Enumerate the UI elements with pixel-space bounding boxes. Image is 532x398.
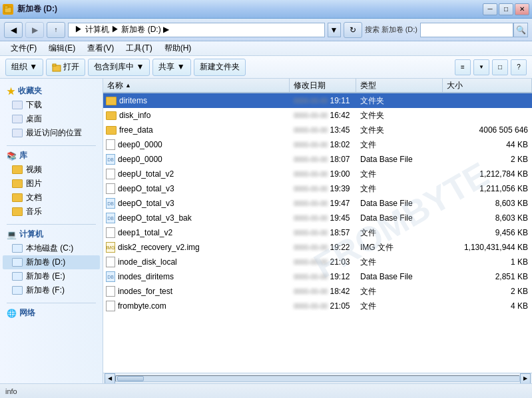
search-button[interactable]: 🔍 bbox=[513, 23, 528, 37]
file-name-cell: inodes_for_test bbox=[103, 286, 290, 297]
menu-help[interactable]: 帮助(H) bbox=[159, 41, 197, 55]
folder-icon bbox=[106, 97, 117, 105]
search-input[interactable] bbox=[420, 23, 513, 37]
table-row[interactable]: inode_disk_local 0000-00-00 21:03 文件 1 K… bbox=[103, 255, 532, 269]
file-date: 0000-00-00 21:05 bbox=[290, 301, 356, 311]
file-date: 0000-00-00 19:45 bbox=[290, 213, 356, 223]
address-dropdown[interactable]: ▼ bbox=[328, 23, 341, 37]
hscroll-track[interactable] bbox=[115, 375, 520, 382]
view-icon-button[interactable]: ≡ bbox=[455, 59, 471, 75]
table-row[interactable]: disk_info 0000-00-00 16:42 文件夹 bbox=[103, 108, 532, 123]
column-name[interactable]: 名称 ▲ bbox=[103, 79, 290, 92]
scroll-right-button[interactable]: ▶ bbox=[520, 373, 531, 384]
column-date[interactable]: 修改日期 bbox=[290, 79, 356, 92]
file-size: 1,211,056 KB bbox=[443, 184, 532, 193]
table-row[interactable]: DB deepO_total_v3_bak 0000-00-00 19:45 D… bbox=[103, 211, 532, 225]
address-input[interactable] bbox=[68, 23, 325, 37]
file-icon bbox=[106, 257, 115, 267]
table-row[interactable]: diritems 0000-00-00 19:11 文件夹 bbox=[103, 93, 532, 108]
table-row[interactable]: DB inodes_diritems 0000-00-00 19:12 Data… bbox=[103, 269, 532, 284]
organize-button[interactable]: 组织 ▼ bbox=[5, 59, 43, 76]
file-type: 文件夹 bbox=[356, 110, 443, 121]
horizontal-scrollbar[interactable]: ◀ ▶ bbox=[103, 373, 532, 383]
computer-header[interactable]: 💻 计算机 bbox=[3, 227, 100, 241]
scroll-left-button[interactable]: ◀ bbox=[105, 373, 115, 384]
sidebar-item-e[interactable]: 新加卷 (E:) bbox=[3, 269, 100, 283]
include-library-label: 包含到库中 ▼ bbox=[94, 61, 144, 73]
network-header[interactable]: 🌐 网络 bbox=[3, 306, 100, 320]
view-dropdown-button[interactable]: ▼ bbox=[473, 59, 489, 75]
sidebar-item-f[interactable]: 新加卷 (F:) bbox=[3, 283, 100, 297]
preview-button[interactable]: □ bbox=[492, 59, 508, 75]
svg-rect-3 bbox=[53, 64, 56, 66]
up-button[interactable]: ↑ bbox=[47, 22, 65, 38]
file-icon bbox=[106, 139, 115, 150]
restore-button[interactable]: □ bbox=[499, 3, 513, 15]
sidebar-item-recent[interactable]: 最近访问的位置 bbox=[3, 126, 100, 140]
share-button[interactable]: 共享 ▼ bbox=[152, 59, 190, 76]
file-type: 文件 bbox=[356, 139, 443, 151]
close-button[interactable]: ✕ bbox=[515, 3, 529, 15]
table-row[interactable]: deepO_total_v3 0000-00-00 19:39 文件 1,211… bbox=[103, 181, 532, 196]
refresh-button[interactable]: ↻ bbox=[344, 22, 362, 38]
table-row[interactable]: deep0_0000 0000-00-00 18:02 文件 44 KB bbox=[103, 137, 532, 152]
table-row[interactable]: frombyte.com 0000-00-00 21:05 文件 4 KB bbox=[103, 299, 532, 313]
drive-c-icon bbox=[12, 244, 23, 253]
sidebar-item-video[interactable]: 视频 bbox=[3, 163, 100, 177]
menu-tools[interactable]: 工具(T) bbox=[121, 41, 157, 55]
file-name: diritems bbox=[119, 96, 287, 105]
file-size: 2 KB bbox=[443, 287, 532, 296]
table-row[interactable]: inodes_for_test 0000-00-00 18:42 文件 2 KB bbox=[103, 284, 532, 299]
table-row[interactable]: free_data 0000-00-00 13:45 文件夹 4006 505 … bbox=[103, 123, 532, 137]
recent-label: 最近访问的位置 bbox=[26, 127, 82, 139]
sidebar-item-d[interactable]: 新加卷 (D:) bbox=[3, 255, 100, 269]
help-button[interactable]: ? bbox=[511, 59, 527, 75]
computer-section: 💻 计算机 本地磁盘 (C:) 新加卷 (D:) 新加卷 (E:) bbox=[3, 227, 100, 297]
title-bar: 新加卷 (D:) ─ □ ✕ bbox=[0, 0, 532, 19]
file-size: 44 KB bbox=[443, 140, 532, 149]
table-row[interactable]: deep1_total_v2 0000-00-00 18:57 文件 9,456… bbox=[103, 225, 532, 240]
back-button[interactable]: ◀ bbox=[4, 22, 23, 38]
menu-view[interactable]: 查看(V) bbox=[82, 41, 119, 55]
file-name-cell: deepU_total_v2 bbox=[103, 169, 290, 179]
file-date: 0000-00-00 21:03 bbox=[290, 257, 356, 267]
forward-button[interactable]: ▶ bbox=[25, 22, 44, 38]
file-name: deep1_total_v2 bbox=[118, 228, 287, 237]
file-name-cell: deep1_total_v2 bbox=[103, 227, 290, 238]
music-label: 音乐 bbox=[26, 206, 42, 217]
new-folder-button[interactable]: 新建文件夹 bbox=[194, 59, 246, 76]
library-header[interactable]: 📚 库 bbox=[3, 149, 100, 163]
file-type: Data Base File bbox=[356, 213, 443, 223]
sidebar-item-music[interactable]: 音乐 bbox=[3, 205, 100, 219]
column-type[interactable]: 类型 bbox=[356, 79, 443, 92]
menu-edit[interactable]: 编辑(E) bbox=[43, 41, 81, 55]
status-info: info bbox=[5, 387, 17, 395]
file-date: 0000-00-00 18:02 bbox=[290, 140, 356, 149]
include-library-button[interactable]: 包含到库中 ▼ bbox=[88, 59, 150, 76]
file-size: 4 KB bbox=[443, 301, 532, 311]
sidebar-item-download[interactable]: 下载 bbox=[3, 98, 100, 112]
favorites-header[interactable]: ★ 收藏夹 bbox=[3, 84, 100, 98]
table-row[interactable]: IMG disk2_recovery_v2.img 0000-00-00 19:… bbox=[103, 240, 532, 255]
search-box: 搜索 新加卷 (D:) 🔍 bbox=[365, 23, 528, 37]
minimize-button[interactable]: ─ bbox=[483, 3, 497, 15]
file-list-body: diritems 0000-00-00 19:11 文件夹 disk_info … bbox=[103, 93, 532, 373]
menu-file[interactable]: 文件(F) bbox=[5, 41, 42, 55]
open-label: 打开 bbox=[63, 61, 79, 73]
sidebar-item-desktop[interactable]: 桌面 bbox=[3, 112, 100, 126]
table-row[interactable]: deepU_total_v2 0000-00-00 19:00 文件 1,212… bbox=[103, 167, 532, 181]
file-name-cell: free_data bbox=[103, 125, 290, 135]
column-size[interactable]: 大小 bbox=[443, 79, 532, 92]
folder-icon bbox=[106, 126, 117, 135]
file-type: 文件夹 bbox=[356, 95, 443, 107]
sidebar-item-c[interactable]: 本地磁盘 (C:) bbox=[3, 241, 100, 255]
sidebar-item-documents[interactable]: 文档 bbox=[3, 191, 100, 205]
file-size: 9,456 KB bbox=[443, 228, 532, 237]
open-button[interactable]: 打开 bbox=[46, 59, 85, 76]
hscroll-thumb[interactable] bbox=[117, 376, 144, 381]
file-type: 文件夹 bbox=[356, 125, 443, 136]
table-row[interactable]: DB deepO_total_v3 0000-00-00 19:47 Data … bbox=[103, 196, 532, 211]
network-icon: 🌐 bbox=[7, 309, 17, 318]
table-row[interactable]: DB deep0_0000 0000-00-00 18:07 Data Base… bbox=[103, 152, 532, 167]
sidebar-item-pictures[interactable]: 图片 bbox=[3, 177, 100, 191]
